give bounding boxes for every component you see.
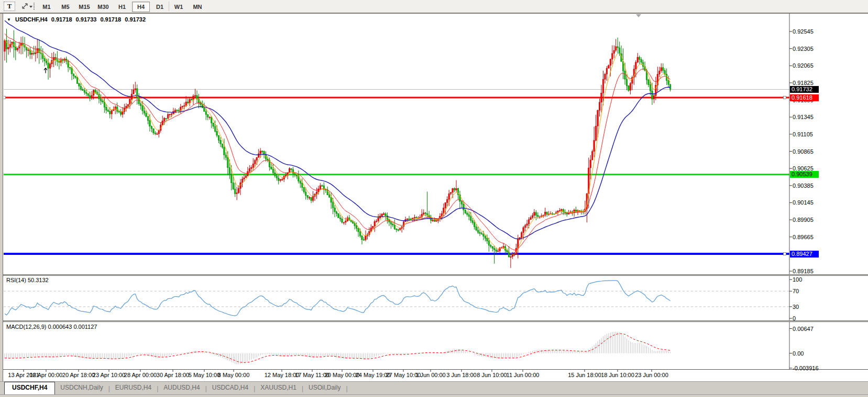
time-tick-label: 11 Jun 00:00 bbox=[507, 372, 540, 378]
timeframe-button-m1[interactable]: M1 bbox=[38, 2, 56, 12]
chart-ohlc-header: ▼ USDCHF,H4 0.91718 0.91733 0.91718 0.91… bbox=[7, 16, 148, 23]
rsi-axis-labels: 10070300 bbox=[789, 276, 802, 321]
price-tick-label: 0.91345 bbox=[793, 114, 814, 120]
macd-pane-label: MACD(12,26,9) 0.000643 0.001127 bbox=[6, 324, 97, 330]
price-tick-label: 0.90145 bbox=[793, 199, 814, 206]
tab-divider: | bbox=[346, 385, 347, 394]
price-tick-label: 0.92305 bbox=[793, 46, 814, 52]
diagonal-arrows-icon bbox=[20, 2, 33, 10]
line-handle[interactable] bbox=[784, 96, 786, 99]
time-tick-label: 28 Apr 00:00 bbox=[124, 372, 157, 378]
chart-canvas[interactable]: 0.925450.923050.920650.918250.915850.913… bbox=[0, 0, 868, 397]
timeframe-button-group: M1M5M15M30H1H4D1W1MN bbox=[38, 2, 206, 12]
tab-xauusd-h1[interactable]: XAUUSD,H1 bbox=[255, 382, 302, 394]
chart-symbol-period: USDCHF,H4 bbox=[15, 16, 48, 23]
trading-terminal: { "toolbar": { "text_tool": "T", "timefr… bbox=[0, 0, 868, 397]
rsi-tick-label: 70 bbox=[793, 288, 799, 294]
macd-histogram bbox=[5, 331, 671, 364]
price-tick-label: 0.92545 bbox=[793, 28, 814, 35]
timeframe-button-d1[interactable]: D1 bbox=[151, 2, 169, 12]
time-tick-label: 20 May 00:00 bbox=[325, 372, 360, 378]
tab-audusd-h4[interactable]: AUDUSD,H4 bbox=[158, 382, 205, 394]
candlesticks-layer bbox=[4, 29, 671, 268]
panel-frame bbox=[0, 14, 868, 370]
timeframe-button-mn[interactable]: MN bbox=[189, 2, 206, 12]
timeframe-button-m30[interactable]: M30 bbox=[94, 2, 112, 12]
time-tick-label: 12 May 18:00 bbox=[265, 372, 300, 378]
price-tick-label: 0.92065 bbox=[793, 62, 814, 69]
price-tick-label: 0.91825 bbox=[793, 80, 814, 86]
timeframe-button-h4[interactable]: H4 bbox=[132, 2, 150, 12]
time-tick-label: 20 Apr 18:00 bbox=[62, 372, 95, 378]
time-tick-label: 8 Jun 10:00 bbox=[477, 372, 507, 378]
resistance-price-axis-box: 0.91618 bbox=[790, 94, 819, 101]
time-axis-labels: 13 Apr 202116 Apr 00:0020 Apr 18:0023 Ap… bbox=[8, 370, 668, 378]
text-tool-button[interactable]: T bbox=[4, 2, 15, 11]
toolbar-separator bbox=[169, 2, 169, 11]
time-tick-label: 30 Apr 18:00 bbox=[157, 372, 189, 378]
ohlc-open: 0.91718 bbox=[51, 16, 72, 23]
time-tick-label: 16 Apr 00:00 bbox=[30, 372, 62, 378]
tab-usdcnh-daily[interactable]: USDCNH,Daily bbox=[55, 382, 108, 394]
ohlc-low: 0.91718 bbox=[100, 16, 121, 23]
price-tick-label: 0.90865 bbox=[793, 148, 814, 155]
chart-shift-marker[interactable] bbox=[636, 14, 641, 17]
ma-mid-line bbox=[5, 34, 671, 250]
timeframe-button-w1[interactable]: W1 bbox=[170, 2, 188, 12]
time-tick-label: 23 Apr 10:00 bbox=[93, 372, 125, 378]
price-tick-label: 0.89905 bbox=[793, 217, 814, 223]
rsi-tick-label: 0 bbox=[793, 315, 796, 321]
macd-axis-labels: 0.006470.00-0.003916 bbox=[789, 326, 819, 371]
price-tick-label: 0.89665 bbox=[793, 234, 814, 240]
price-tick-label: 0.89185 bbox=[793, 268, 814, 274]
tab-usoil-daily[interactable]: USOil,Daily bbox=[303, 382, 346, 394]
tab-usdcad-h4[interactable]: USDCAD,H4 bbox=[207, 382, 254, 394]
main-price-panel bbox=[3, 20, 790, 268]
timeframe-button-m15[interactable]: M15 bbox=[75, 2, 93, 12]
macd-tick-label: 0.00647 bbox=[793, 326, 814, 332]
time-tick-label: 24 May 19:00 bbox=[356, 372, 391, 378]
ohlc-close: 0.91732 bbox=[125, 16, 146, 23]
rsi-line bbox=[5, 281, 671, 316]
mid-support-price-axis-box: 0.90539 bbox=[790, 171, 819, 178]
time-tick-label: 5 May 10:00 bbox=[189, 372, 221, 378]
toolbar-grip[interactable] bbox=[34, 2, 35, 10]
symbol-collapse-icon[interactable]: ▼ bbox=[7, 17, 11, 22]
time-tick-label: 23 Jun 00:00 bbox=[635, 372, 668, 378]
chevron-down-icon bbox=[29, 6, 32, 8]
time-tick-label: 18 Jun 10:00 bbox=[601, 372, 634, 378]
time-tick-label: 15 Jun 18:00 bbox=[568, 372, 601, 378]
macd-signal-line bbox=[5, 334, 671, 362]
macd-tick-label: -0.003916 bbox=[793, 365, 819, 371]
rsi-tick-label: 30 bbox=[793, 304, 799, 310]
price-tick-label: 0.90385 bbox=[793, 183, 814, 189]
current-price-axis-box: 0.91732 bbox=[790, 86, 819, 93]
time-tick-label: 1 Jun 00:00 bbox=[415, 372, 446, 378]
macd-panel bbox=[5, 331, 671, 364]
arrow-objects-dropdown-button[interactable] bbox=[19, 2, 35, 11]
window-left-border bbox=[0, 14, 3, 394]
price-tick-label: 0.91105 bbox=[793, 131, 813, 137]
ma-fast-line bbox=[5, 39, 671, 254]
tab-eurusd-h4[interactable]: EURUSD,H4 bbox=[110, 382, 157, 394]
ohlc-high: 0.91733 bbox=[76, 16, 97, 23]
timeframe-button-h1[interactable]: H1 bbox=[113, 2, 131, 12]
macd-tick-label: 0.00 bbox=[793, 350, 804, 357]
rsi-pane-label: RSI(14) 50.3132 bbox=[6, 277, 49, 283]
price-axis-labels: 0.925450.923050.920650.918250.915850.913… bbox=[789, 28, 814, 274]
time-tick-label: 3 Jun 18:00 bbox=[446, 372, 477, 378]
line-handle[interactable] bbox=[3, 96, 6, 99]
rsi-panel bbox=[4, 281, 789, 316]
rsi-tick-label: 100 bbox=[793, 276, 802, 283]
top-toolbar: T M1M5M15M30H1H4D1W1MN bbox=[0, 0, 868, 13]
status-bar bbox=[0, 394, 868, 397]
chart-tab-bar: USDCHF,H4USDCNH,Daily|EURUSD,H4|AUDUSD,H… bbox=[0, 381, 868, 394]
tab-usdchf-h4[interactable]: USDCHF,H4 bbox=[4, 382, 55, 394]
ma-slow-line bbox=[5, 20, 671, 239]
time-tick-label: 8 May 00:00 bbox=[218, 372, 250, 378]
line-handle[interactable] bbox=[784, 253, 786, 255]
up-arrow-marker[interactable] bbox=[44, 68, 47, 73]
low-support-price-axis-box: 0.89427 bbox=[790, 251, 819, 257]
timeframe-button-m5[interactable]: M5 bbox=[57, 2, 74, 12]
